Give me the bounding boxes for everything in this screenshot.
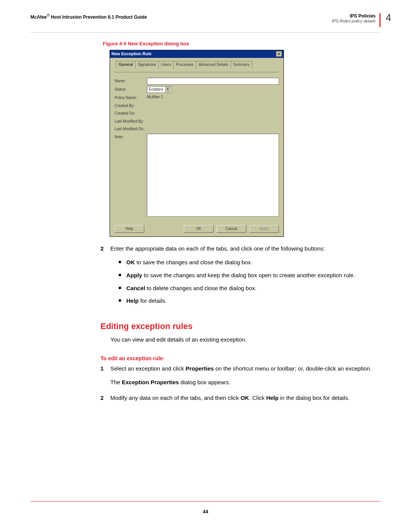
dialog-body: General Signatures Users Processes Advan… xyxy=(110,58,284,237)
new-exception-dialog: New Exception Rule ✕ General Signatures … xyxy=(110,50,284,237)
tab-advanced-details[interactable]: Advanced Details xyxy=(196,61,231,69)
brand: McAfee xyxy=(30,14,47,20)
header-right: IPS Policies IPS Rules policy details xyxy=(332,13,381,27)
subsection-name: IPS Rules policy details xyxy=(332,19,376,23)
label-note: Note: xyxy=(115,134,147,140)
bullet-help-bold: Help xyxy=(126,297,139,304)
policy-value: McAfee 1 xyxy=(147,94,163,100)
bullet-apply-bold: Apply xyxy=(126,272,142,278)
page: McAfee® Host Intrusion Prevention 6.1 Pr… xyxy=(0,0,411,532)
heading-intro: You can view and edit details of an exis… xyxy=(110,335,381,344)
note-textarea[interactable] xyxy=(147,134,279,217)
bullet-cancel-text: to delete changes and close the dialog b… xyxy=(145,285,256,291)
apply-button[interactable]: Apply xyxy=(249,225,279,233)
label-modified-on: Last Modified On: xyxy=(115,126,147,132)
step-2-number: 2 xyxy=(100,244,110,253)
name-input[interactable] xyxy=(147,78,279,85)
edit-step-2-number: 2 xyxy=(100,394,110,402)
bullet-ok-bold: OK xyxy=(126,259,135,265)
tab-signatures[interactable]: Signatures xyxy=(135,61,159,69)
label-name: Name: xyxy=(115,78,147,84)
step-2-text: Enter the appropriate data on each of th… xyxy=(110,244,381,253)
row-status: Status: Enabled ▼ xyxy=(115,86,279,93)
bullet-help-text: for details. xyxy=(139,297,167,304)
status-value: Enabled xyxy=(149,87,163,93)
row-modified-by: Last Modified By: xyxy=(115,118,279,125)
heading-editing-exception-rules: Editing exception rules xyxy=(100,320,381,332)
label-modified-by: Last Modified By: xyxy=(115,118,147,125)
footer-rule xyxy=(30,501,381,502)
list-item: Apply to save the changes and keep the d… xyxy=(119,271,381,280)
chevron-down-icon: ▼ xyxy=(165,87,170,92)
dialog-button-bar: Help OK Cancel Apply xyxy=(115,225,279,233)
tab-summary[interactable]: Summary xyxy=(231,61,252,69)
subheading-to-edit: To edit an exception rule: xyxy=(100,355,381,362)
label-policy: Policy Name: xyxy=(115,94,147,101)
tab-users[interactable]: Users xyxy=(158,61,174,69)
edit-step-2: 2 Modify any data on each of the tabs, a… xyxy=(100,394,381,402)
label-status: Status: xyxy=(115,86,147,93)
chapter-number: 4 xyxy=(386,12,391,24)
dialog-titlebar[interactable]: New Exception Rule ✕ xyxy=(110,50,284,58)
label-created-by: Created By: xyxy=(115,102,147,109)
figure-caption: Figure 4-5 New Exception dialog box xyxy=(103,40,381,48)
dialog-tabs: General Signatures Users Processes Advan… xyxy=(115,61,279,69)
step-2: 2 Enter the appropriate data on each of … xyxy=(100,244,381,253)
row-modified-on: Last Modified On: xyxy=(115,126,279,132)
edit-step-2-text: Modify any data on each of the tabs, and… xyxy=(110,394,381,402)
list-item: OK to save the changes and close the dia… xyxy=(119,258,381,267)
edit-step-1: 1 Select an exception and click Properti… xyxy=(100,364,381,387)
content-area: Figure 4-5 New Exception dialog box New … xyxy=(110,40,381,402)
list-item: Help for details. xyxy=(119,297,381,305)
row-created-by: Created By: xyxy=(115,102,279,109)
status-select[interactable]: Enabled ▼ xyxy=(147,86,172,93)
help-button[interactable]: Help xyxy=(115,225,144,233)
list-item: Cancel to delete changes and close the d… xyxy=(119,284,381,292)
cancel-button[interactable]: Cancel xyxy=(217,225,246,233)
row-note: Note: xyxy=(115,134,279,217)
button-description-list: OK to save the changes and close the dia… xyxy=(119,258,381,305)
ok-button[interactable]: OK xyxy=(184,225,213,233)
tab-processes[interactable]: Processes xyxy=(173,61,196,69)
doc-title: Host Intrusion Prevention 6.1 Product Gu… xyxy=(49,14,147,20)
row-policy: Policy Name: McAfee 1 xyxy=(115,94,279,101)
tab-general[interactable]: General xyxy=(116,61,135,69)
header-left: McAfee® Host Intrusion Prevention 6.1 Pr… xyxy=(30,13,147,20)
section-name: IPS Policies xyxy=(350,13,376,19)
row-name: Name: xyxy=(115,78,279,85)
dialog-title-text: New Exception Rule xyxy=(112,51,151,57)
label-created-on: Created On: xyxy=(115,110,147,117)
close-icon[interactable]: ✕ xyxy=(276,51,282,57)
row-created-on: Created On: xyxy=(115,110,279,117)
bullet-ok-text: to save the changes and close the dialog… xyxy=(135,259,253,265)
page-header: McAfee® Host Intrusion Prevention 6.1 Pr… xyxy=(30,13,381,33)
reg-mark: ® xyxy=(47,13,49,18)
edit-step-1-number: 1 xyxy=(100,364,110,387)
page-number: 44 xyxy=(0,509,411,514)
bullet-cancel-bold: Cancel xyxy=(126,285,145,291)
bullet-apply-text: to save the changes and keep the dialog … xyxy=(142,272,355,278)
edit-step-1-text: Select an exception and click Properties… xyxy=(110,364,381,387)
